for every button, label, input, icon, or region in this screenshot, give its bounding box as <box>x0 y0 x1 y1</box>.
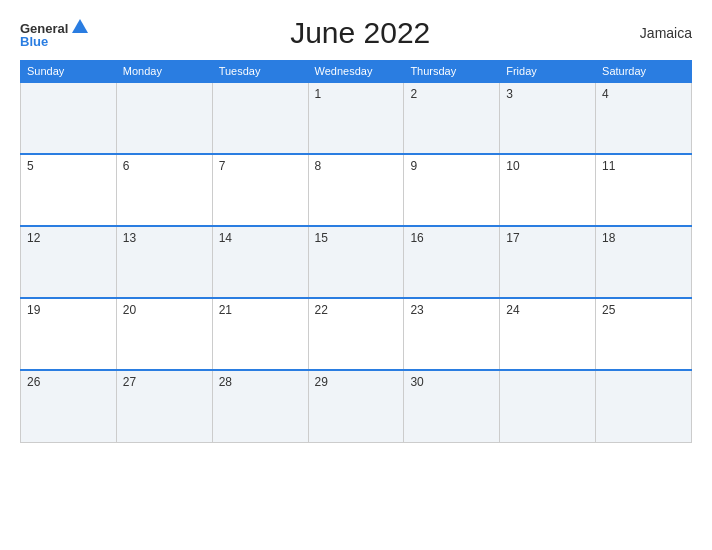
day-number: 17 <box>506 231 519 245</box>
day-number: 5 <box>27 159 34 173</box>
calendar-cell: 2 <box>404 82 500 154</box>
calendar-cell: 8 <box>308 154 404 226</box>
calendar-cell: 17 <box>500 226 596 298</box>
calendar-table: Sunday Monday Tuesday Wednesday Thursday… <box>20 60 692 443</box>
calendar-row: 1234 <box>21 82 692 154</box>
day-number: 14 <box>219 231 232 245</box>
calendar-cell: 14 <box>212 226 308 298</box>
calendar-cell: 15 <box>308 226 404 298</box>
calendar-cell: 19 <box>21 298 117 370</box>
calendar-cell: 9 <box>404 154 500 226</box>
day-number: 26 <box>27 375 40 389</box>
day-number: 27 <box>123 375 136 389</box>
weekday-thursday: Thursday <box>404 61 500 83</box>
calendar-cell: 24 <box>500 298 596 370</box>
calendar-cell <box>21 82 117 154</box>
calendar-body: 1234567891011121314151617181920212223242… <box>21 82 692 442</box>
day-number: 13 <box>123 231 136 245</box>
calendar-cell: 22 <box>308 298 404 370</box>
calendar-cell: 16 <box>404 226 500 298</box>
weekday-row: Sunday Monday Tuesday Wednesday Thursday… <box>21 61 692 83</box>
header: General Blue June 2022 Jamaica <box>20 16 692 50</box>
day-number: 22 <box>315 303 328 317</box>
weekday-friday: Friday <box>500 61 596 83</box>
calendar-cell: 10 <box>500 154 596 226</box>
day-number: 29 <box>315 375 328 389</box>
day-number: 23 <box>410 303 423 317</box>
calendar-cell: 27 <box>116 370 212 442</box>
country-label: Jamaica <box>632 25 692 41</box>
day-number: 2 <box>410 87 417 101</box>
calendar-cell: 5 <box>21 154 117 226</box>
day-number: 9 <box>410 159 417 173</box>
calendar-cell: 25 <box>596 298 692 370</box>
calendar-row: 19202122232425 <box>21 298 692 370</box>
day-number: 3 <box>506 87 513 101</box>
day-number: 7 <box>219 159 226 173</box>
calendar-cell: 28 <box>212 370 308 442</box>
calendar-cell: 18 <box>596 226 692 298</box>
day-number: 21 <box>219 303 232 317</box>
day-number: 24 <box>506 303 519 317</box>
calendar-page: General Blue June 2022 Jamaica Sunday Mo… <box>0 0 712 550</box>
day-number: 1 <box>315 87 322 101</box>
calendar-cell: 4 <box>596 82 692 154</box>
calendar-cell: 21 <box>212 298 308 370</box>
calendar-cell: 12 <box>21 226 117 298</box>
calendar-cell: 1 <box>308 82 404 154</box>
day-number: 16 <box>410 231 423 245</box>
day-number: 8 <box>315 159 322 173</box>
calendar-cell: 7 <box>212 154 308 226</box>
logo-row1: General <box>20 19 88 35</box>
weekday-wednesday: Wednesday <box>308 61 404 83</box>
day-number: 20 <box>123 303 136 317</box>
day-number: 11 <box>602 159 615 173</box>
day-number: 6 <box>123 159 130 173</box>
calendar-cell: 20 <box>116 298 212 370</box>
logo-block: General Blue <box>20 19 88 48</box>
calendar-title: June 2022 <box>88 16 632 50</box>
day-number: 12 <box>27 231 40 245</box>
calendar-cell <box>500 370 596 442</box>
logo: General Blue <box>20 19 88 48</box>
calendar-row: 567891011 <box>21 154 692 226</box>
logo-general-text: General <box>20 22 68 35</box>
day-number: 15 <box>315 231 328 245</box>
calendar-cell: 23 <box>404 298 500 370</box>
calendar-cell: 30 <box>404 370 500 442</box>
calendar-header: Sunday Monday Tuesday Wednesday Thursday… <box>21 61 692 83</box>
weekday-saturday: Saturday <box>596 61 692 83</box>
day-number: 19 <box>27 303 40 317</box>
calendar-cell <box>596 370 692 442</box>
calendar-cell: 6 <box>116 154 212 226</box>
calendar-cell: 3 <box>500 82 596 154</box>
calendar-cell <box>212 82 308 154</box>
day-number: 25 <box>602 303 615 317</box>
calendar-row: 12131415161718 <box>21 226 692 298</box>
calendar-cell: 13 <box>116 226 212 298</box>
day-number: 10 <box>506 159 519 173</box>
calendar-cell <box>116 82 212 154</box>
weekday-monday: Monday <box>116 61 212 83</box>
logo-triangle-icon <box>72 19 88 33</box>
weekday-sunday: Sunday <box>21 61 117 83</box>
day-number: 18 <box>602 231 615 245</box>
calendar-cell: 26 <box>21 370 117 442</box>
logo-blue-text: Blue <box>20 35 48 48</box>
day-number: 28 <box>219 375 232 389</box>
calendar-row: 2627282930 <box>21 370 692 442</box>
day-number: 4 <box>602 87 609 101</box>
calendar-cell: 11 <box>596 154 692 226</box>
calendar-cell: 29 <box>308 370 404 442</box>
day-number: 30 <box>410 375 423 389</box>
weekday-tuesday: Tuesday <box>212 61 308 83</box>
